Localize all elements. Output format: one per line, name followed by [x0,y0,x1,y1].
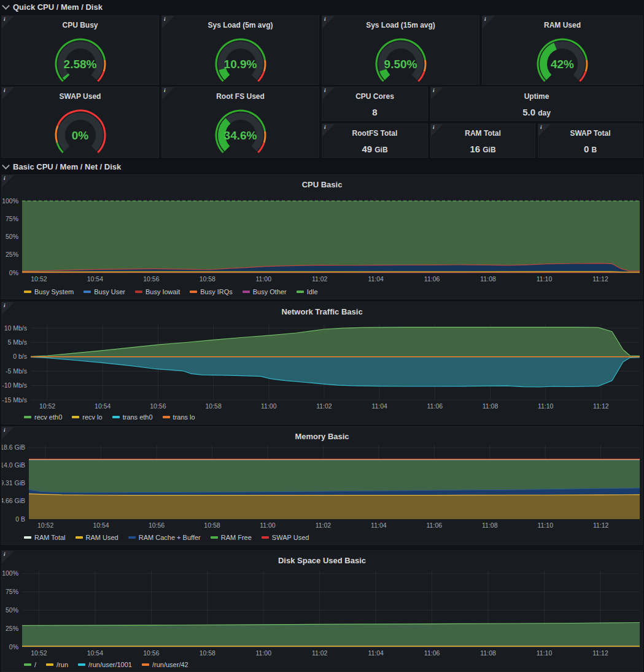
section-title: Quick CPU / Mem / Disk [13,2,103,12]
x-axis-tick-label: 11:12 [592,275,608,283]
gauge-arc [355,28,447,84]
y-axis-tick-label: 50% [6,606,18,614]
x-axis-tick-label: 10:54 [87,275,103,283]
legend-item-ram-total[interactable]: RAM Total [24,534,66,541]
legend-label: / [34,661,36,668]
y-axis-tick-label: 25% [6,625,18,632]
x-axis-tick-label: 10:56 [150,402,166,410]
legend-item-busy-other[interactable]: Busy Other [242,288,287,295]
legend-item-idle[interactable]: Idle [297,288,318,295]
x-axis-tick-label: 10:56 [149,522,165,529]
info-icon-glyph: i [164,16,166,22]
cpu-basic-chart[interactable]: 100%75%50%25%0%10:5210:5410:5610:5811:00… [2,175,642,284]
panel-info-icon[interactable]: i [431,124,443,136]
x-axis-tick-label: 10:52 [37,522,53,529]
y-axis-tick-label: 5 Mb/s [7,338,27,346]
disk-space-used-basic-chart[interactable]: 100%75%50%25%0%10:5210:5410:5610:5811:00… [2,551,642,657]
legend-item-ram-free[interactable]: RAM Free [211,534,252,541]
x-axis-tick-label: 11:08 [482,522,498,529]
legend-item-busy-irqs[interactable]: Busy IRQs [190,288,233,295]
x-axis-tick-label: 11:04 [368,649,384,657]
panel-title[interactable]: Uptime [431,92,642,101]
panel-memory-basic: 18.6 GiB14.0 GiB9.31 GiB4.66 GiB0 B10:52… [1,426,643,545]
panel-info-icon[interactable]: i [322,87,335,100]
panel-info-icon[interactable]: i [162,16,174,28]
y-axis-tick-label: 14.0 GiB [2,461,25,469]
gauge-value: 34.6% [162,129,319,143]
legend-swatch [72,416,79,418]
gauge: 9.50% [322,28,479,84]
info-icon-glyph: i [324,87,326,93]
y-axis-tick-label: 75% [6,588,18,595]
section-title: Basic CPU / Mem / Net / Disk [13,162,121,171]
x-axis-tick-label: 11:02 [316,522,332,529]
legend-item-busy-system[interactable]: Busy System [24,288,74,295]
gauge-arc [516,28,608,84]
panel-cpu-cores: i CPU Cores 8 [322,87,428,121]
y-axis-tick-label: -10 Mb/s [2,381,27,389]
legend-item--run-user-1001[interactable]: /run/user/1001 [78,661,132,668]
memory-basic-chart[interactable]: 18.6 GiB14.0 GiB9.31 GiB4.66 GiB0 B10:52… [2,427,642,529]
panel-title[interactable]: CPU Basic [2,180,642,189]
legend-item-ram-cache-buffer[interactable]: RAM Cache + Buffer [128,534,201,541]
panel-uptime: i Uptime 5.0 day [430,87,643,121]
x-axis-tick-label: 11:02 [312,649,328,657]
panel-title[interactable]: Disk Space Used Basic [2,556,642,565]
x-axis-tick-label: 11:12 [593,402,609,410]
legend-label: RAM Used [86,534,118,541]
legend-item-busy-iowait[interactable]: Busy Iowait [135,288,180,295]
x-axis-tick-label: 11:04 [371,522,387,529]
x-axis-tick-label: 10:56 [143,649,159,657]
legend-label: Busy User [94,288,125,295]
gauge: 2.58% [2,28,158,84]
legend-label: recv lo [82,413,102,421]
legend-item--[interactable]: / [24,661,36,668]
panel-swap-used: i SWAP Used 0% [1,87,159,158]
panel-rootfs-total: i RootFS Total 49 GiB [322,123,428,158]
panel-title[interactable]: CPU Cores [322,92,427,101]
legend-swatch [190,291,197,293]
legend-label: RAM Free [221,534,252,541]
legend-item-trans-lo[interactable]: trans lo [163,413,195,421]
legend-label: Busy Iowait [145,288,180,295]
section-header-quick[interactable]: Quick CPU / Mem / Disk [0,0,644,14]
panel-info-icon[interactable]: i [483,16,495,28]
legend-swatch [78,663,85,666]
legend-item-swap-used[interactable]: SWAP Used [262,534,309,541]
legend-item-ram-used[interactable]: RAM Used [76,534,118,541]
legend-item-trans-eth0[interactable]: trans eth0 [112,413,153,421]
panel-sys-load-15m: i Sys Load (15m avg) 9.50% [322,15,479,85]
section-header-basic[interactable]: Basic CPU / Mem / Net / Disk [0,160,644,173]
gauge: 42% [483,28,642,84]
network-traffic-basic-chart[interactable]: 10 Mb/s5 Mb/s0 b/s-5 Mb/s-10 Mb/s-15 Mb/… [2,302,642,410]
x-axis-tick-label: 11:08 [480,275,496,283]
panel-info-icon[interactable]: i [322,16,335,28]
x-axis-tick-label: 10:58 [200,649,215,657]
panel-info-icon[interactable]: i [538,124,551,136]
y-axis-tick-label: 0% [9,643,18,651]
legend-item-busy-user[interactable]: Busy User [83,288,125,295]
stat-value: 0 B [538,144,642,154]
panel-title[interactable]: Network Traffic Basic [2,307,642,316]
panel-info-icon[interactable]: i [162,87,174,100]
y-axis-tick-label: 25% [6,251,18,258]
gauge: 34.6% [162,100,319,157]
legend-item--run-user-42[interactable]: /run/user/42 [142,661,188,668]
legend-label: /run/user/1001 [88,661,132,668]
panel-title[interactable]: SWAP Total [538,129,642,138]
panel-info-icon[interactable]: i [322,124,335,136]
panel-info-icon[interactable]: i [2,87,14,100]
legend-label: RAM Total [34,534,66,541]
panel-info-icon[interactable]: i [431,87,443,100]
panel-title[interactable]: Memory Basic [2,432,642,441]
legend-item--run[interactable]: /run [46,661,68,668]
legend-swatch [76,536,83,539]
legend-item-recv-lo[interactable]: recv lo [72,413,102,421]
panel-title[interactable]: RAM Total [431,129,535,138]
gauge-value: 42% [483,58,642,71]
panel-title[interactable]: RootFS Total [322,129,427,138]
panel-info-icon[interactable]: i [2,16,14,28]
x-axis-tick-label: 11:00 [261,402,277,410]
x-axis-tick-label: 11:10 [537,522,553,529]
legend-item-recv-eth0[interactable]: recv eth0 [24,413,62,421]
